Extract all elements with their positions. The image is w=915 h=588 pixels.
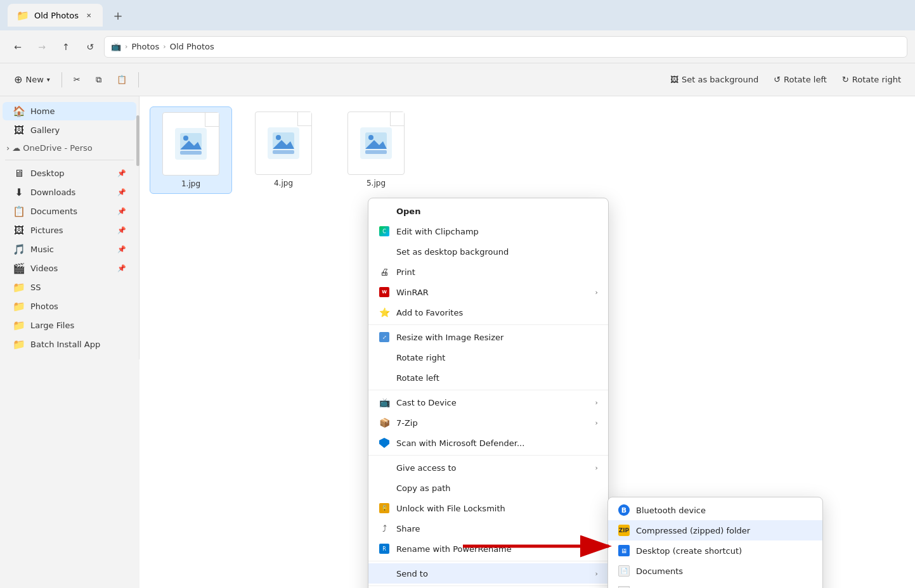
sidebar-item-gallery[interactable]: 🖼 Gallery — [3, 121, 136, 139]
desktop-sub-icon: 🖥 — [618, 545, 630, 556]
winrar-arrow: › — [595, 288, 598, 297]
cm-send-to[interactable]: Send to › — [368, 563, 608, 584]
new-tab-button[interactable]: + — [108, 5, 128, 25]
sidebar-item-music[interactable]: 🎵 Music 📌 — [3, 240, 136, 259]
batch-icon: 📁 — [13, 338, 25, 350]
sidebar-item-home[interactable]: 🏠 Home — [3, 102, 136, 120]
videos-pin-icon: 📌 — [117, 264, 126, 272]
address-old-photos[interactable]: Old Photos — [170, 42, 214, 51]
forward-button[interactable]: → — [32, 37, 52, 57]
cm-power-rename-label: Rename with PowerRename — [396, 544, 512, 554]
cm-cast[interactable]: 📺 Cast to Device › — [368, 392, 608, 412]
clipchamp-icon: C — [379, 226, 390, 237]
winrar-icon: W — [379, 286, 390, 298]
cm-open-label: Open — [396, 207, 420, 216]
file-name-1jpg: 1.jpg — [181, 179, 200, 188]
cut-button[interactable]: ✂ — [67, 68, 87, 91]
submenu-desktop-label: Desktop (create shortcut) — [636, 546, 742, 556]
gallery-icon: 🖼 — [13, 124, 25, 136]
sidebar-divider-1 — [5, 160, 134, 160]
cm-7zip[interactable]: 📦 7-Zip › — [368, 412, 608, 433]
cm-rotate-right[interactable]: Rotate right — [368, 347, 608, 368]
sidebar-item-large-files[interactable]: 📁 Large Files — [3, 316, 136, 335]
sidebar-item-downloads[interactable]: ⬇ Downloads 📌 — [3, 183, 136, 201]
copy-button[interactable]: ⧉ — [89, 68, 108, 91]
cm-rotate-left[interactable]: Rotate left — [368, 368, 608, 388]
sidebar-ss-label: SS — [30, 283, 41, 292]
photos-folder-icon: 📁 — [13, 300, 25, 312]
cm-resize[interactable]: ⤢ Resize with Image Resizer — [368, 327, 608, 347]
file-item-5jpg[interactable]: 5.jpg — [335, 106, 417, 194]
cm-resize-label: Resize with Image Resizer — [396, 333, 503, 342]
cm-power-rename[interactable]: R Rename with PowerRename — [368, 539, 608, 559]
submenu-documents[interactable]: 📄 Documents — [608, 561, 822, 581]
up-button[interactable]: ↑ — [56, 37, 76, 57]
address-photos[interactable]: Photos — [131, 42, 159, 51]
submenu-desktop[interactable]: 🖥 Desktop (create shortcut) — [608, 540, 822, 561]
favorites-icon: ⭐ — [379, 307, 390, 318]
rotate-right-button[interactable]: ↻ Rotate right — [836, 68, 907, 91]
cm-edit-clipchamp[interactable]: C Edit with Clipchamp — [368, 221, 608, 241]
cast-arrow: › — [595, 399, 598, 407]
paste-button[interactable]: 📋 — [110, 68, 133, 91]
pictures-icon: 🖼 — [13, 224, 25, 236]
cm-open[interactable]: Open — [368, 201, 608, 221]
refresh-button[interactable]: ↺ — [80, 37, 100, 57]
set-background-button[interactable]: 🖼 Set as background — [664, 68, 765, 91]
send-to-arrow: › — [595, 570, 598, 578]
cm-7zip-label: 7-Zip — [396, 418, 418, 428]
sidebar-item-desktop[interactable]: 🖥 Desktop 📌 — [3, 164, 136, 182]
cm-share[interactable]: ⤴ Share — [368, 518, 608, 539]
file-item-4jpg[interactable]: 4.jpg — [242, 106, 325, 194]
cm-winrar[interactable]: W WinRAR › — [368, 282, 608, 302]
submenu-bluetooth[interactable]: B Bluetooth device — [608, 500, 822, 520]
sidebar-onedrive-header[interactable]: › ☁ OneDrive - Perso — [0, 140, 139, 156]
documents-sub-icon: 📄 — [618, 565, 630, 577]
sidebar-item-videos[interactable]: 🎬 Videos 📌 — [3, 259, 136, 278]
cm-send-to-label: Send to — [396, 569, 428, 578]
cm-defender[interactable]: Scan with Microsoft Defender... — [368, 433, 608, 453]
cm-winrar-label: WinRAR — [396, 288, 429, 297]
sidebar-item-photos[interactable]: 📁 Photos — [3, 297, 136, 316]
sidebar-home-label: Home — [30, 106, 55, 116]
cm-add-favorites[interactable]: ⭐ Add to Favorites — [368, 302, 608, 323]
file-item-1jpg[interactable]: 1.jpg — [150, 106, 232, 194]
svg-rect-14 — [365, 150, 387, 154]
toolbar: ⊕ New ▾ ✂ ⧉ 📋 🖼 Set as background ↺ Rota… — [0, 63, 915, 96]
tab-label: Old Photos — [34, 11, 79, 20]
zip-icon: ZIP — [618, 525, 630, 536]
new-label: New — [25, 75, 43, 84]
7zip-arrow: › — [595, 419, 598, 427]
cm-unlock-locksmith[interactable]: 🔓 Unlock with File Locksmith — [368, 498, 608, 518]
rotate-left-cm-icon — [379, 372, 390, 383]
address-bar[interactable]: 📺 › Photos › Old Photos — [104, 36, 907, 58]
sidebar-batch-label: Batch Install App — [30, 340, 100, 349]
submenu-zip[interactable]: ZIP Compressed (zipped) folder — [608, 520, 822, 540]
locksmith-icon: 🔓 — [379, 502, 390, 514]
sidebar-item-pictures[interactable]: 🖼 Pictures 📌 — [3, 221, 136, 240]
cm-give-access[interactable]: Give access to › — [368, 457, 608, 478]
large-files-icon: 📁 — [13, 319, 25, 331]
cm-copy-path[interactable]: Copy as path — [368, 478, 608, 498]
explorer-tab[interactable]: 📁 Old Photos ✕ — [8, 4, 103, 27]
rotate-left-button[interactable]: ↺ Rotate left — [767, 68, 833, 91]
give-access-arrow: › — [595, 464, 598, 472]
submenu-mail[interactable]: ✉ Mail recipient — [608, 581, 822, 588]
cm-divider-4 — [368, 561, 608, 561]
sidebar-item-documents[interactable]: 📋 Documents 📌 — [3, 202, 136, 220]
copy-path-icon — [379, 482, 390, 494]
image-thumbnail-5-icon — [360, 127, 392, 159]
back-button[interactable]: ← — [8, 37, 28, 57]
cm-print[interactable]: 🖨 Print — [368, 262, 608, 282]
rotate-right-icon: ↻ — [842, 75, 849, 84]
toolbar-separator-2 — [138, 72, 139, 87]
set-background-label: Set as background — [682, 75, 758, 84]
file-name-5jpg: 5.jpg — [367, 179, 386, 188]
sidebar-item-ss[interactable]: 📁 SS — [3, 278, 136, 297]
expand-icon: › — [6, 143, 10, 153]
sidebar-item-batch-install[interactable]: 📁 Batch Install App — [3, 335, 136, 354]
tab-close-button[interactable]: ✕ — [84, 10, 94, 20]
new-button[interactable]: ⊕ New ▾ — [8, 68, 56, 91]
cm-set-desktop-bg[interactable]: Set as desktop background — [368, 241, 608, 262]
file-corner-4 — [297, 112, 311, 126]
